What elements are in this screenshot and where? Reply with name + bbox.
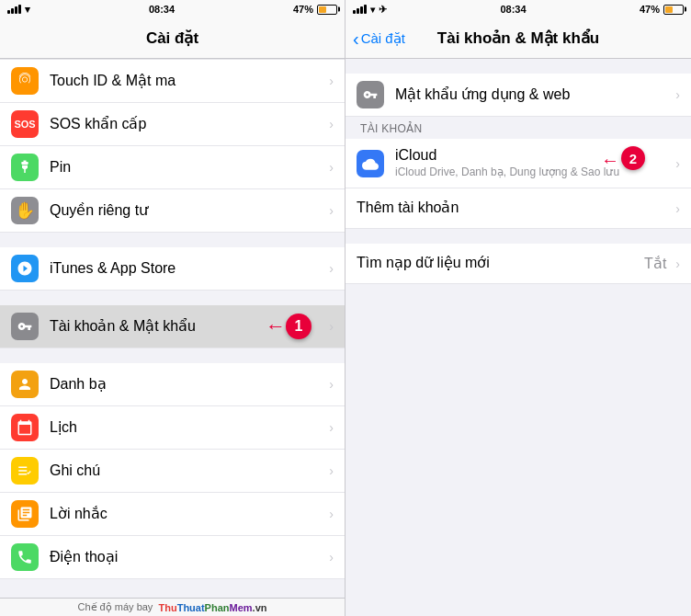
left-status-right: 47% xyxy=(293,4,337,15)
airplane-icon: ✈ xyxy=(379,4,387,16)
right-status-right: 47% xyxy=(640,4,684,15)
contacts-icon xyxy=(11,371,39,398)
itunes-chevron: › xyxy=(329,261,334,276)
accounts-icon xyxy=(11,313,39,340)
step-badge-2: 2 xyxy=(621,146,645,170)
back-button[interactable]: ‹ Cài đặt xyxy=(353,29,405,48)
icloud-icon xyxy=(357,150,384,177)
row-password[interactable]: Mật khẩu ứng dụng & web › xyxy=(346,74,691,117)
itunes-label: iTunes & App Store xyxy=(50,259,325,279)
calendar-label: Lịch xyxy=(50,418,325,438)
back-label: Cài đặt xyxy=(361,30,405,47)
right-status-left: ▾ ✈ xyxy=(353,4,387,16)
row-notes[interactable]: Ghi chú › xyxy=(0,450,345,493)
touchid-content: Touch ID & Mật ma xyxy=(50,72,325,91)
privacy-content: Quyền riêng tư xyxy=(50,201,325,221)
itunes-icon xyxy=(11,255,39,282)
touchid-label: Touch ID & Mật ma xyxy=(50,72,325,91)
fetch-chevron: › xyxy=(675,257,680,271)
reminders-chevron: › xyxy=(329,507,334,521)
contacts-content: Danh bạ xyxy=(50,375,325,394)
row-reminders[interactable]: Lời nhắc › xyxy=(0,493,345,536)
right-panel: ▾ ✈ 08:34 47% ‹ Cài đặt Tài khoản & Mật … xyxy=(346,0,691,616)
back-chevron-icon: ‹ xyxy=(353,29,359,48)
left-panel: ▾ 08:34 47% Cài đặt Touch ID & Mật ma xyxy=(0,0,346,616)
contacts-chevron: › xyxy=(329,377,334,392)
row-phone[interactable]: Điện thoại › xyxy=(0,536,345,579)
row-privacy[interactable]: ✋ Quyền riêng tư › xyxy=(0,189,345,233)
arrow-1: ← xyxy=(266,314,286,338)
left-battery-pct: 47% xyxy=(293,4,313,15)
right-battery-icon xyxy=(663,5,684,15)
reminders-icon xyxy=(11,500,39,528)
password-label: Mật khẩu ứng dụng & web xyxy=(395,86,672,105)
arrow-2: ← xyxy=(601,150,619,171)
row-add-account[interactable]: Thêm tài khoản › xyxy=(346,188,691,229)
right-wifi-icon: ▾ xyxy=(370,5,375,15)
fetch-content: Tìm nạp dữ liệu mới xyxy=(357,254,644,273)
sos-icon: SOS xyxy=(11,110,39,138)
watermark-vn: .vn xyxy=(253,602,267,613)
phone-label: Điện thoại xyxy=(50,548,325,567)
pin-icon xyxy=(11,154,39,181)
wifi-icon: ▾ xyxy=(25,4,30,16)
add-account-label: Thêm tài khoản xyxy=(357,199,672,218)
fetch-label: Tìm nạp dữ liệu mới xyxy=(357,254,644,273)
itunes-content: iTunes & App Store xyxy=(50,259,325,279)
left-nav-bar: Cài đặt xyxy=(0,18,345,59)
calendar-icon xyxy=(11,414,39,441)
add-account-content: Thêm tài khoản xyxy=(357,199,672,218)
reminders-content: Lời nhắc xyxy=(50,505,325,524)
left-settings-list: Touch ID & Mật ma › SOS SOS khẩn cấp › P… xyxy=(0,59,345,598)
divider2 xyxy=(0,291,345,305)
password-chevron: › xyxy=(675,87,680,102)
left-time: 08:34 xyxy=(149,4,175,15)
add-account-chevron: › xyxy=(675,201,680,216)
watermark-thuat: Thuat xyxy=(177,602,205,613)
row-calendar[interactable]: Lịch › xyxy=(0,406,345,450)
calendar-content: Lịch xyxy=(50,418,325,438)
pin-content: Pin xyxy=(50,158,325,177)
right-status-bar: ▾ ✈ 08:34 47% xyxy=(346,0,691,18)
icloud-chevron: › xyxy=(675,156,680,171)
sos-label: SOS khẩn cấp xyxy=(50,115,325,134)
row-accounts[interactable]: Tài khoản & Mật khẩu › 1 ← xyxy=(0,305,345,348)
right-divider2 xyxy=(346,229,691,244)
left-battery-icon xyxy=(317,5,337,15)
right-settings-list: Mật khẩu ứng dụng & web › TÀI KHOẢN iClo… xyxy=(346,59,691,616)
sos-content: SOS khẩn cấp xyxy=(50,115,325,134)
privacy-icon: ✋ xyxy=(11,197,39,224)
right-signal-icon xyxy=(353,5,367,14)
divider3 xyxy=(0,348,345,363)
privacy-label: Quyền riêng tư xyxy=(50,201,325,221)
contacts-label: Danh bạ xyxy=(50,375,325,394)
accounts-chevron: › xyxy=(329,319,334,334)
pin-label: Pin xyxy=(50,158,325,177)
calendar-chevron: › xyxy=(329,420,334,435)
row-icloud[interactable]: iCloud iCloud Drive, Danh bạ, Dung lượng… xyxy=(346,139,691,188)
notes-icon xyxy=(11,457,39,485)
sos-chevron: › xyxy=(329,117,334,131)
row-pin[interactable]: Pin › xyxy=(0,146,345,189)
right-nav-title: Tài khoản & Mật khẩu xyxy=(437,29,599,48)
password-content: Mật khẩu ứng dụng & web xyxy=(395,86,672,105)
right-battery-pct: 47% xyxy=(640,4,660,15)
left-footer-text: Chế độ máy bay xyxy=(78,601,159,613)
password-icon xyxy=(357,81,384,108)
signal-icon xyxy=(7,5,21,14)
privacy-chevron: › xyxy=(329,203,334,218)
row-itunes[interactable]: iTunes & App Store › xyxy=(0,247,345,291)
row-fetch[interactable]: Tìm nạp dữ liệu mới Tắt › xyxy=(346,244,691,284)
pin-chevron: › xyxy=(329,160,334,175)
divider1 xyxy=(0,233,345,247)
row-sos[interactable]: SOS SOS khẩn cấp › xyxy=(0,103,345,146)
watermark-thu: Thu xyxy=(158,602,176,613)
notes-content: Ghi chú xyxy=(50,462,325,481)
row-touchid[interactable]: Touch ID & Mật ma › xyxy=(0,59,345,103)
left-status-bar: ▾ 08:34 47% xyxy=(0,0,345,18)
row-contacts[interactable]: Danh bạ › xyxy=(0,363,345,406)
watermark-phan: Phan xyxy=(205,602,230,613)
phone-icon xyxy=(11,543,39,571)
phone-chevron: › xyxy=(329,550,334,565)
watermark-mem: Mem xyxy=(230,602,253,613)
